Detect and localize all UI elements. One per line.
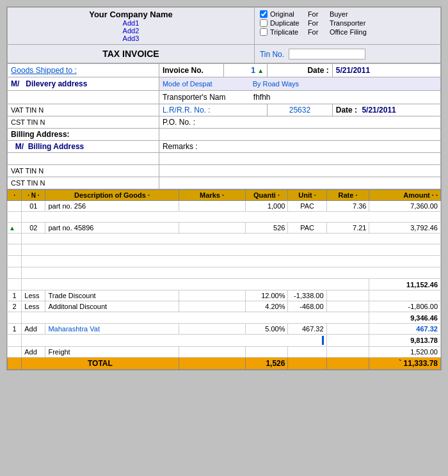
freight-amount: 1,520.00 — [369, 347, 441, 358]
row2b-filter — [8, 234, 22, 244]
total-qty: 1,526 — [245, 358, 288, 370]
spacer1 — [8, 91, 159, 104]
copy-duplicate: Duplicate For Transporter — [260, 19, 435, 27]
original-checkbox[interactable] — [260, 10, 268, 18]
freight-row: Add Freight 1,520.00 — [8, 347, 441, 358]
date-label: Date : — [268, 64, 333, 77]
lr-value: 25632 — [268, 104, 333, 116]
green-indicator: ▲ — [257, 67, 264, 74]
invoice-no-value: 1 ▲ — [224, 64, 268, 77]
row2-dot: ▲ — [8, 223, 22, 234]
freight-desc: Freight — [45, 347, 179, 358]
col-header-filter1[interactable]: · — [8, 190, 22, 201]
invoice-container: Your Company Name Add1 Add2 Add3 Origina… — [6, 6, 442, 370]
tax-val: 467.32 — [288, 324, 326, 335]
duplicate-label: Duplicate — [270, 19, 305, 27]
transporter-row: Transporter's Nam fhfhh — [159, 91, 440, 104]
row1-rate: 7.36 — [326, 201, 369, 212]
discount-row-1: 1 Less Trade Discount 12.00% -1,338.00 — [8, 290, 441, 301]
company-addr1: Add1 — [10, 19, 252, 27]
disc1-unit — [326, 290, 369, 301]
disc1-type: Less — [22, 290, 45, 301]
col-header-sr[interactable]: · N · — [22, 190, 45, 201]
row1-desc: part no. 256 — [45, 201, 179, 212]
total-amount: ` 11,333.78 — [369, 358, 441, 370]
spacer5 — [159, 165, 440, 177]
tin-input[interactable] — [289, 49, 365, 60]
company-addr2: Add2 — [10, 27, 252, 35]
copy-original: Original For Buyer — [260, 10, 435, 18]
row1-amount: 7,360.00 — [369, 201, 441, 212]
freight-type: Add — [22, 347, 45, 358]
tax-marks — [179, 324, 245, 335]
triplicate-checkbox[interactable] — [260, 28, 268, 36]
vat-tin-left2: VAT TIN N — [8, 165, 159, 177]
duplicate-for: For — [308, 19, 327, 27]
disc2-val: -468.00 — [288, 301, 326, 312]
subtotal-value: 11,152.46 — [369, 279, 441, 290]
lr-label: L.R/R.R. No. : — [159, 104, 267, 116]
spacer2 — [159, 129, 440, 141]
table-row: 01 part no. 256 1,000 PAC 7.36 7,360.00 — [8, 201, 441, 212]
spacer6 — [159, 177, 440, 189]
company-addr3: Add3 — [10, 35, 252, 42]
col-header-amount[interactable]: Amount · · — [369, 190, 441, 201]
after-discount-value: 9,346.46 — [369, 312, 441, 324]
disc2-unit — [326, 301, 369, 312]
tax-desc: Maharashtra Vat — [45, 324, 179, 335]
tin-section: Tin No. — [254, 45, 440, 63]
table-row — [8, 234, 441, 244]
invoice-date: 5/21/2011 — [332, 64, 440, 77]
po-row: P.O. No. : — [159, 116, 440, 129]
row1-sr: 01 — [22, 201, 45, 212]
blue-indicator — [22, 335, 326, 347]
delivery-address: M/ Dilevery address — [8, 77, 159, 91]
discount-row-2: 2 Less Additonal Discount 4.20% -468.00 … — [8, 301, 441, 312]
original-for: For — [308, 10, 327, 18]
vat-tin-left1: VAT TIN N — [8, 104, 159, 116]
tax-type: Add — [22, 324, 45, 335]
subtotal-row: 11,152.46 — [8, 279, 441, 290]
remarks-row: Remarks : — [159, 141, 440, 153]
total-row: TOTAL 1,526 ` 11,333.78 — [8, 358, 441, 370]
table-row: ▲ 02 part no. 45896 526 PAC 7.21 3,792.4… — [8, 223, 441, 234]
row1-filter — [8, 201, 22, 212]
disc2-amount: -1,806.00 — [369, 301, 441, 312]
goods-shipped-label: Goods Shipped to : — [8, 64, 159, 77]
invoice-no-label: Invoice No. — [159, 64, 224, 77]
row1b-filter — [8, 212, 22, 223]
disc1-val: -1,338.00 — [288, 290, 326, 301]
billing-address: M/ Billing Address — [8, 141, 159, 153]
col-header-desc[interactable]: Description of Goods · — [45, 190, 179, 201]
disc1-marks — [179, 290, 245, 301]
col-header-rate[interactable]: Rate · — [326, 190, 369, 201]
tax-unit — [326, 324, 369, 335]
spacer4 — [159, 153, 440, 165]
copies-section: Original For Buyer Duplicate For Transpo… — [254, 8, 440, 45]
disc2-type: Less — [22, 301, 45, 312]
row2-sr: 02 — [22, 223, 45, 234]
tax-amount: 467.32 — [369, 324, 441, 335]
row2-unit: PAC — [288, 223, 326, 234]
cst-tin-left2: CST TIN N — [8, 177, 159, 189]
duplicate-checkbox[interactable] — [260, 19, 268, 27]
total-label: TOTAL — [22, 358, 179, 370]
original-label: Original — [270, 10, 305, 18]
col-header-qty[interactable]: Quanti · — [245, 190, 288, 201]
after-tax-row: 9,813.78 — [8, 335, 441, 347]
row2-qty: 526 — [245, 223, 288, 234]
disc1-desc: Trade Discount — [45, 290, 179, 301]
row1-qty: 1,000 — [245, 201, 288, 212]
row1b-spacer — [22, 212, 441, 223]
duplicate-who: Transporter — [330, 19, 365, 27]
triplicate-who: Office Filing — [330, 28, 367, 36]
cst-tin-left1: CST TIN N — [8, 116, 159, 129]
company-name: Your Company Name — [10, 10, 252, 19]
col-header-marks[interactable]: Marks · — [179, 190, 245, 201]
disc2-desc: Additonal Discount — [45, 301, 179, 312]
after-tax-value: 9,813.78 — [369, 335, 441, 347]
row1-unit: PAC — [288, 201, 326, 212]
mode-row: Mode of Despat By Road Ways — [159, 77, 440, 91]
tax-pct: 5.00% — [245, 324, 288, 335]
col-header-unit[interactable]: Unit · — [288, 190, 326, 201]
